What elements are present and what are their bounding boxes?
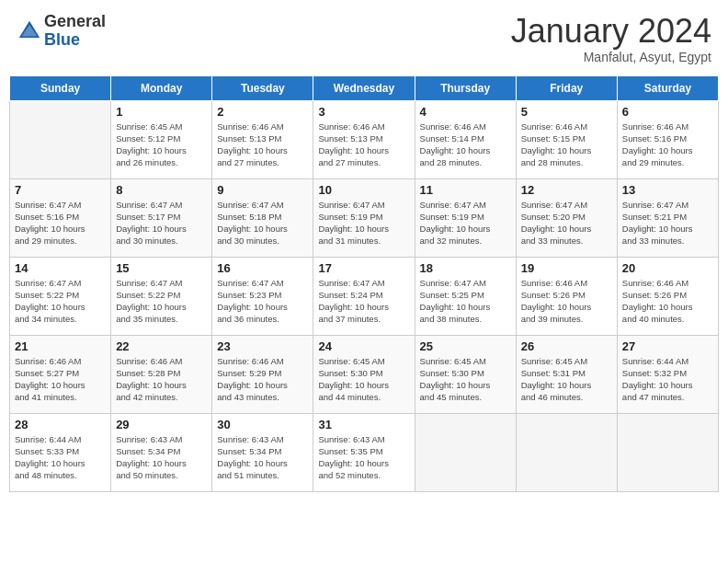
weekday-header-tuesday: Tuesday — [212, 75, 313, 100]
day-info: Sunrise: 6:47 AM Sunset: 5:24 PM Dayligh… — [318, 277, 409, 326]
weekday-header-saturday: Saturday — [617, 75, 718, 100]
day-info: Sunrise: 6:43 AM Sunset: 5:34 PM Dayligh… — [217, 433, 308, 482]
day-info: Sunrise: 6:46 AM Sunset: 5:26 PM Dayligh… — [622, 277, 713, 326]
day-info: Sunrise: 6:45 AM Sunset: 5:31 PM Dayligh… — [521, 355, 612, 404]
day-number: 1 — [116, 105, 207, 119]
calendar-cell: 6Sunrise: 6:46 AM Sunset: 5:16 PM Daylig… — [617, 100, 718, 178]
day-info: Sunrise: 6:46 AM Sunset: 5:27 PM Dayligh… — [15, 355, 106, 404]
calendar-cell: 17Sunrise: 6:47 AM Sunset: 5:24 PM Dayli… — [313, 257, 415, 335]
day-info: Sunrise: 6:45 AM Sunset: 5:30 PM Dayligh… — [420, 355, 511, 404]
day-info: Sunrise: 6:44 AM Sunset: 5:33 PM Dayligh… — [15, 433, 106, 482]
weekday-header-thursday: Thursday — [415, 75, 516, 100]
day-info: Sunrise: 6:46 AM Sunset: 5:26 PM Dayligh… — [521, 277, 612, 326]
day-number: 6 — [622, 105, 713, 119]
location: Manfalut, Asyut, Egypt — [511, 50, 711, 64]
calendar-cell: 5Sunrise: 6:46 AM Sunset: 5:15 PM Daylig… — [516, 100, 617, 178]
day-number: 13 — [622, 183, 713, 197]
calendar-cell: 14Sunrise: 6:47 AM Sunset: 5:22 PM Dayli… — [10, 257, 111, 335]
calendar-cell: 28Sunrise: 6:44 AM Sunset: 5:33 PM Dayli… — [10, 413, 111, 491]
day-info: Sunrise: 6:47 AM Sunset: 5:19 PM Dayligh… — [420, 199, 511, 247]
day-info: Sunrise: 6:46 AM Sunset: 5:28 PM Dayligh… — [116, 355, 207, 404]
day-info: Sunrise: 6:46 AM Sunset: 5:14 PM Dayligh… — [420, 121, 511, 169]
day-info: Sunrise: 6:47 AM Sunset: 5:25 PM Dayligh… — [420, 277, 511, 326]
weekday-header-sunday: Sunday — [10, 75, 111, 100]
day-number: 21 — [15, 339, 106, 353]
calendar-week-row: 21Sunrise: 6:46 AM Sunset: 5:27 PM Dayli… — [10, 335, 719, 413]
day-number: 20 — [622, 261, 713, 275]
logo: General Blue — [17, 13, 106, 50]
day-info: Sunrise: 6:43 AM Sunset: 5:34 PM Dayligh… — [116, 433, 207, 482]
calendar-table: SundayMondayTuesdayWednesdayThursdayFrid… — [9, 75, 719, 492]
calendar-cell: 2Sunrise: 6:46 AM Sunset: 5:13 PM Daylig… — [212, 100, 313, 178]
calendar-cell: 18Sunrise: 6:47 AM Sunset: 5:25 PM Dayli… — [415, 257, 516, 335]
logo-blue-text: Blue — [44, 31, 106, 50]
calendar-cell: 12Sunrise: 6:47 AM Sunset: 5:20 PM Dayli… — [516, 178, 617, 257]
day-info: Sunrise: 6:47 AM Sunset: 5:17 PM Dayligh… — [116, 199, 207, 247]
day-info: Sunrise: 6:45 AM Sunset: 5:30 PM Dayligh… — [318, 355, 409, 404]
calendar-week-row: 1Sunrise: 6:45 AM Sunset: 5:12 PM Daylig… — [10, 100, 719, 178]
day-number: 5 — [521, 105, 612, 119]
calendar-cell: 27Sunrise: 6:44 AM Sunset: 5:32 PM Dayli… — [617, 335, 718, 413]
calendar-cell — [516, 413, 617, 491]
calendar-cell: 8Sunrise: 6:47 AM Sunset: 5:17 PM Daylig… — [111, 178, 212, 257]
weekday-header-monday: Monday — [111, 75, 212, 100]
day-info: Sunrise: 6:47 AM Sunset: 5:19 PM Dayligh… — [318, 199, 409, 247]
calendar-cell: 15Sunrise: 6:47 AM Sunset: 5:22 PM Dayli… — [111, 257, 212, 335]
day-info: Sunrise: 6:47 AM Sunset: 5:16 PM Dayligh… — [15, 199, 106, 247]
calendar-cell: 30Sunrise: 6:43 AM Sunset: 5:34 PM Dayli… — [212, 413, 313, 491]
day-number: 27 — [622, 339, 713, 353]
day-info: Sunrise: 6:46 AM Sunset: 5:13 PM Dayligh… — [217, 121, 308, 169]
day-info: Sunrise: 6:47 AM Sunset: 5:22 PM Dayligh… — [15, 277, 106, 326]
logo-text: General Blue — [44, 13, 106, 50]
day-number: 10 — [318, 183, 409, 197]
day-info: Sunrise: 6:43 AM Sunset: 5:35 PM Dayligh… — [318, 433, 409, 482]
calendar-cell: 16Sunrise: 6:47 AM Sunset: 5:23 PM Dayli… — [212, 257, 313, 335]
page-header: General Blue January 2024 Manfalut, Asyu… — [9, 9, 719, 68]
day-info: Sunrise: 6:47 AM Sunset: 5:21 PM Dayligh… — [622, 199, 713, 247]
calendar-cell — [617, 413, 718, 491]
day-info: Sunrise: 6:47 AM Sunset: 5:20 PM Dayligh… — [521, 199, 612, 247]
logo-general-text: General — [44, 13, 106, 31]
day-info: Sunrise: 6:44 AM Sunset: 5:32 PM Dayligh… — [622, 355, 713, 404]
day-number: 18 — [420, 261, 511, 275]
logo-icon — [17, 18, 42, 44]
day-number: 30 — [217, 418, 308, 431]
calendar-cell: 10Sunrise: 6:47 AM Sunset: 5:19 PM Dayli… — [313, 178, 415, 257]
calendar-cell — [10, 100, 111, 178]
day-info: Sunrise: 6:46 AM Sunset: 5:15 PM Dayligh… — [521, 121, 612, 169]
day-number: 24 — [318, 339, 409, 353]
calendar-cell: 21Sunrise: 6:46 AM Sunset: 5:27 PM Dayli… — [10, 335, 111, 413]
calendar-cell: 25Sunrise: 6:45 AM Sunset: 5:30 PM Dayli… — [415, 335, 516, 413]
day-info: Sunrise: 6:47 AM Sunset: 5:23 PM Dayligh… — [217, 277, 308, 326]
day-number: 11 — [420, 183, 511, 197]
day-number: 17 — [318, 261, 409, 275]
day-number: 15 — [116, 261, 207, 275]
day-number: 31 — [318, 418, 409, 431]
calendar-cell: 29Sunrise: 6:43 AM Sunset: 5:34 PM Dayli… — [111, 413, 212, 491]
day-number: 29 — [116, 418, 207, 431]
day-number: 7 — [15, 183, 106, 197]
day-number: 22 — [116, 339, 207, 353]
day-number: 28 — [15, 418, 106, 431]
calendar-cell: 1Sunrise: 6:45 AM Sunset: 5:12 PM Daylig… — [111, 100, 212, 178]
weekday-header-wednesday: Wednesday — [313, 75, 415, 100]
calendar-cell: 31Sunrise: 6:43 AM Sunset: 5:35 PM Dayli… — [313, 413, 415, 491]
weekday-header-friday: Friday — [516, 75, 617, 100]
calendar-cell: 3Sunrise: 6:46 AM Sunset: 5:13 PM Daylig… — [313, 100, 415, 178]
day-number: 9 — [217, 183, 308, 197]
day-number: 25 — [420, 339, 511, 353]
calendar-cell: 23Sunrise: 6:46 AM Sunset: 5:29 PM Dayli… — [212, 335, 313, 413]
day-number: 12 — [521, 183, 612, 197]
calendar-cell — [415, 413, 516, 491]
day-number: 14 — [15, 261, 106, 275]
calendar-cell: 20Sunrise: 6:46 AM Sunset: 5:26 PM Dayli… — [617, 257, 718, 335]
day-info: Sunrise: 6:46 AM Sunset: 5:16 PM Dayligh… — [622, 121, 713, 169]
calendar-cell: 26Sunrise: 6:45 AM Sunset: 5:31 PM Dayli… — [516, 335, 617, 413]
day-info: Sunrise: 6:47 AM Sunset: 5:18 PM Dayligh… — [217, 199, 308, 247]
day-number: 19 — [521, 261, 612, 275]
day-info: Sunrise: 6:45 AM Sunset: 5:12 PM Dayligh… — [116, 121, 207, 169]
day-number: 16 — [217, 261, 308, 275]
calendar-week-row: 7Sunrise: 6:47 AM Sunset: 5:16 PM Daylig… — [10, 178, 719, 257]
month-year: January 2024 — [511, 13, 711, 50]
calendar-cell: 22Sunrise: 6:46 AM Sunset: 5:28 PM Dayli… — [111, 335, 212, 413]
